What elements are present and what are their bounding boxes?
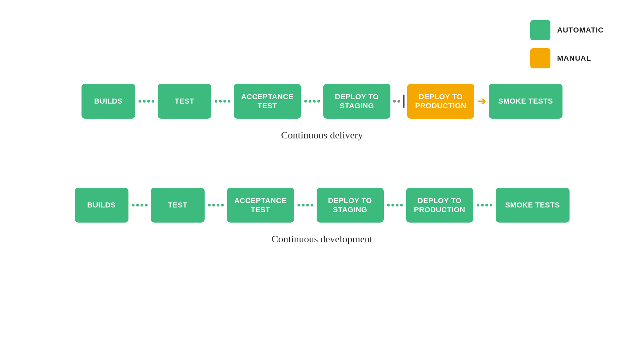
dot	[223, 100, 226, 103]
manual-gate-connector	[390, 84, 407, 119]
connector-2	[211, 84, 234, 119]
connector-d1	[128, 188, 151, 223]
gate-bar	[403, 95, 405, 108]
dot	[311, 204, 313, 206]
pipeline-delivery: BUILDS TEST ACCEPTANCETEST	[0, 84, 644, 141]
dot	[306, 204, 309, 206]
dot	[147, 100, 150, 103]
dot	[136, 204, 139, 206]
stage-delivery-test: TEST	[158, 84, 211, 119]
legend: AUTOMATIC MANUAL	[530, 20, 604, 68]
dot	[208, 204, 211, 206]
legend-label-manual: MANUAL	[557, 54, 591, 63]
stage-dev-builds: BUILDS	[75, 188, 128, 223]
dot	[485, 204, 488, 206]
arrow-connector: ➔	[474, 84, 489, 119]
dot	[387, 204, 390, 206]
legend-color-manual	[530, 48, 550, 68]
dot	[215, 100, 217, 103]
dot	[219, 100, 222, 103]
dot	[391, 204, 394, 206]
legend-label-automatic: AUTOMATIC	[557, 26, 604, 35]
dot	[490, 204, 492, 206]
dot	[221, 204, 224, 206]
connector-d3	[294, 188, 317, 223]
connector-d2	[205, 188, 227, 223]
dot	[143, 100, 146, 103]
pipeline-development-row: BUILDS TEST ACCEPTANCETEST	[75, 188, 570, 223]
connector-3	[301, 84, 323, 119]
dot	[393, 100, 396, 103]
dot	[400, 204, 403, 206]
dot	[313, 100, 316, 103]
dot	[298, 204, 300, 206]
dot	[228, 100, 230, 103]
dot	[309, 100, 311, 103]
dot	[217, 204, 219, 206]
dot	[304, 100, 307, 103]
dot	[397, 100, 400, 103]
legend-color-automatic	[530, 20, 550, 40]
connector-d4	[384, 188, 406, 223]
delivery-caption: Continuous delivery	[281, 129, 363, 141]
dot	[139, 100, 141, 103]
stage-delivery-production: DEPLOY TOPRODUCTION	[407, 84, 474, 119]
pipeline-delivery-row: BUILDS TEST ACCEPTANCETEST	[82, 84, 562, 119]
legend-item-automatic: AUTOMATIC	[530, 20, 604, 40]
pipeline-development: BUILDS TEST ACCEPTANCETEST	[0, 188, 644, 245]
dot	[302, 204, 305, 206]
connector-d5	[473, 188, 496, 223]
dot	[317, 100, 320, 103]
stage-delivery-builds: BUILDS	[82, 84, 135, 119]
dot	[141, 204, 143, 206]
dot	[481, 204, 484, 206]
dot	[152, 100, 154, 103]
stage-dev-acceptance: ACCEPTANCETEST	[227, 188, 294, 223]
stage-delivery-staging: DEPLOY TOSTAGING	[323, 84, 390, 119]
stage-delivery-acceptance: ACCEPTANCETEST	[234, 84, 301, 119]
dot	[212, 204, 215, 206]
stage-dev-test: TEST	[151, 188, 205, 223]
arrow-icon: ➔	[477, 95, 486, 108]
development-caption: Continuous development	[272, 233, 373, 245]
stage-delivery-smoke: SMOKE TESTS	[489, 84, 562, 119]
connector-1	[135, 84, 158, 119]
stage-dev-staging: DEPLOY TOSTAGING	[317, 188, 384, 223]
stage-dev-smoke: SMOKE TESTS	[496, 188, 570, 223]
dot	[145, 204, 148, 206]
dot	[132, 204, 135, 206]
dot	[396, 204, 398, 206]
dot	[477, 204, 479, 206]
stage-dev-production: DEPLOY TOPRODUCTION	[406, 188, 473, 223]
legend-item-manual: MANUAL	[530, 48, 604, 68]
